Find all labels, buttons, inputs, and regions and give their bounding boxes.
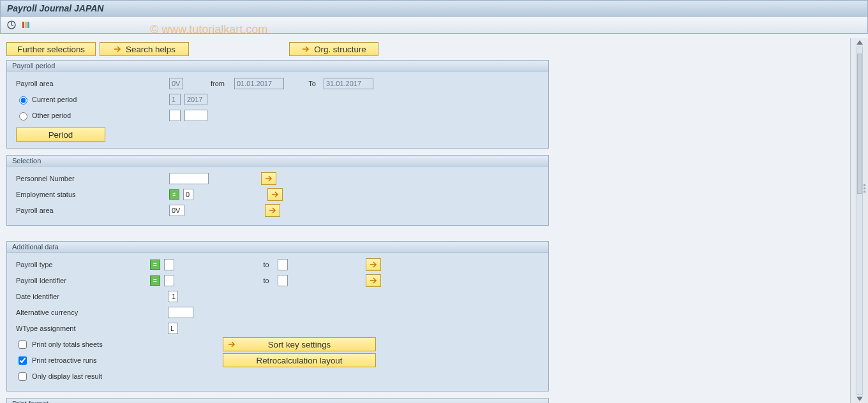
employment-status-multiple-button[interactable] [267, 188, 283, 201]
current-period-radio-input[interactable] [19, 96, 27, 105]
print-format-group: Print format Page header [6, 398, 549, 403]
date-identifier-input[interactable] [168, 291, 178, 302]
print-totals-checkbox[interactable]: Print only totals sheets [12, 339, 204, 351]
toolbar [0, 17, 868, 34]
print-retro-label: Print retroactive runs [32, 356, 96, 364]
scroll-up-icon[interactable] [857, 40, 863, 45]
additional-data-group: Additional data Payroll type = to Payrol… [6, 241, 549, 392]
alt-currency-label: Alternative currency [12, 309, 146, 316]
search-helps-label: Search helps [126, 45, 176, 54]
other-period-radio-input[interactable] [19, 112, 27, 121]
execute-icon[interactable] [6, 19, 17, 31]
payroll-identifier-multiple-button[interactable] [366, 274, 381, 287]
equal-icon[interactable]: = [150, 260, 160, 270]
spacer [193, 42, 285, 56]
search-helps-button[interactable]: Search helps [100, 42, 189, 56]
only-last-label: Only display last result [32, 372, 102, 380]
wtype-input[interactable] [168, 323, 178, 334]
payroll-period-header: Payroll period [7, 61, 548, 71]
to-date: 31.01.2017 [324, 78, 373, 89]
org-structure-label: Org. structure [314, 45, 366, 54]
svg-rect-1 [22, 22, 24, 28]
employment-status-label: Employment status [12, 191, 146, 198]
print-totals-label: Print only totals sheets [32, 341, 103, 348]
scroll-thumb[interactable] [857, 54, 862, 194]
current-period-label: Current period [32, 96, 77, 103]
variant-icon[interactable] [20, 19, 31, 31]
sort-key-label: Sort key settings [268, 340, 331, 349]
wtype-label: WType assignment [12, 325, 146, 332]
payroll-type-multiple-button[interactable] [366, 258, 381, 271]
equal-icon[interactable]: = [150, 275, 160, 286]
resize-grip-icon [864, 184, 865, 193]
payroll-identifier-label: Payroll Identifier [12, 277, 146, 284]
personnel-number-multiple-button[interactable] [261, 172, 276, 185]
payroll-area-label: Payroll area [12, 80, 146, 87]
selection-payroll-area-multiple-button[interactable] [265, 204, 280, 217]
payroll-type-label: Payroll type [12, 261, 146, 268]
period-button[interactable]: Period [16, 128, 105, 142]
selection-header: Selection [7, 156, 548, 166]
additional-data-header: Additional data [7, 242, 548, 253]
employment-status-input[interactable] [183, 189, 193, 200]
date-identifier-label: Date identifier [12, 293, 146, 300]
other-period-radio[interactable]: Other period [12, 110, 146, 121]
svg-rect-3 [27, 22, 29, 28]
arrow-right-icon [113, 45, 122, 54]
selection-payroll-area-input[interactable] [169, 205, 184, 216]
other-period-num-input[interactable] [169, 110, 181, 121]
personnel-number-label: Personnel Number [12, 175, 146, 182]
current-period-radio[interactable]: Current period [12, 94, 146, 105]
window: Payroll Journal JAPAN © www.tutorialkart… [0, 0, 868, 403]
payroll-identifier-to-input[interactable] [278, 275, 288, 286]
org-structure-button[interactable]: Org. structure [289, 42, 378, 56]
retrocalculation-layout-button[interactable]: Retrocalculation layout [223, 353, 376, 367]
alt-currency-input[interactable] [168, 307, 193, 318]
current-period-num: 1 [169, 94, 181, 105]
scroll-down-icon[interactable] [857, 397, 863, 401]
payroll-type-to-input[interactable] [278, 259, 288, 270]
from-label: from [205, 80, 230, 87]
personnel-number-input[interactable] [169, 173, 209, 184]
to-label: To [304, 80, 320, 87]
not-equal-icon[interactable]: ≠ [169, 189, 179, 200]
sort-key-settings-button[interactable]: Sort key settings [223, 337, 376, 351]
content-area: Further selections Search helps Org. str… [0, 38, 850, 403]
arrow-right-icon [227, 340, 236, 349]
other-period-year-input[interactable] [184, 110, 207, 121]
print-retro-checkbox-input[interactable] [19, 356, 27, 365]
svg-rect-2 [25, 22, 27, 28]
from-date: 01.01.2017 [234, 78, 284, 89]
window-title: Payroll Journal JAPAN [0, 0, 868, 17]
to-label: to [258, 277, 274, 284]
payroll-period-group: Payroll period Payroll area 0V from 01.0… [6, 60, 549, 149]
only-last-checkbox-input[interactable] [19, 372, 27, 381]
other-period-label: Other period [32, 112, 71, 119]
payroll-type-from-input[interactable] [164, 259, 174, 270]
further-selections-button[interactable]: Further selections [6, 42, 96, 56]
selection-payroll-area-label: Payroll area [12, 207, 146, 214]
current-period-year: 2017 [184, 94, 207, 105]
vertical-scrollbar[interactable] [850, 38, 868, 403]
spacer [6, 232, 844, 241]
payroll-identifier-from-input[interactable] [164, 275, 174, 286]
arrow-right-icon [301, 45, 310, 54]
scroll-track[interactable] [857, 47, 863, 395]
top-button-row: Further selections Search helps Org. str… [6, 42, 844, 56]
only-last-checkbox[interactable]: Only display last result [12, 370, 204, 383]
print-totals-checkbox-input[interactable] [19, 341, 27, 349]
to-label: to [258, 261, 274, 268]
payroll-area-value: 0V [169, 78, 183, 89]
retro-layout-label: Retrocalculation layout [257, 356, 343, 365]
print-format-header: Print format [7, 399, 548, 403]
selection-group: Selection Personnel Number Employment st… [6, 155, 549, 226]
print-retro-checkbox[interactable]: Print retroactive runs [12, 355, 204, 367]
